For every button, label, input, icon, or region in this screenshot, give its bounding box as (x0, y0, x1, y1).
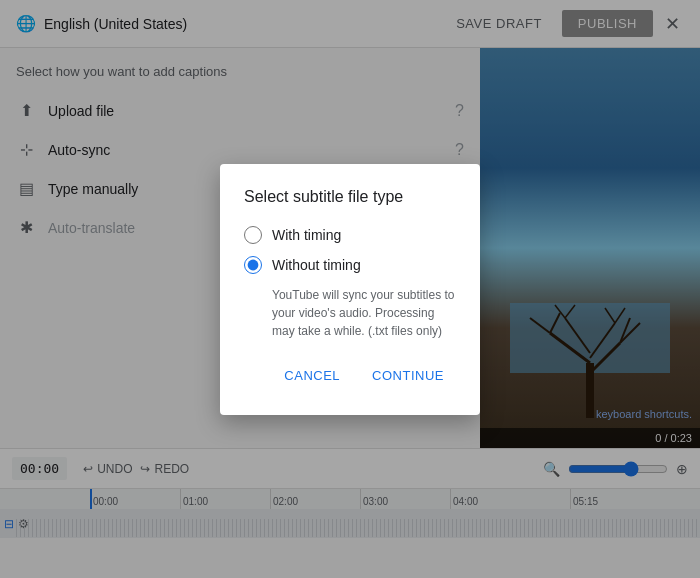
radio-without-timing-input[interactable] (244, 256, 262, 274)
dialog-overlay: Select subtitle file type With timing Wi… (0, 0, 700, 578)
dialog-actions: CANCEL CONTINUE (244, 360, 456, 391)
dialog-radio-group: With timing Without timing (244, 226, 456, 274)
cancel-button[interactable]: CANCEL (272, 360, 352, 391)
radio-without-timing[interactable]: Without timing (244, 256, 456, 274)
continue-button[interactable]: CONTINUE (360, 360, 456, 391)
dialog-title: Select subtitle file type (244, 188, 456, 206)
radio-with-timing-input[interactable] (244, 226, 262, 244)
radio-with-timing-label: With timing (272, 227, 341, 243)
radio-with-timing[interactable]: With timing (244, 226, 456, 244)
dialog-description: YouTube will sync your subtitles to your… (272, 286, 456, 340)
subtitle-type-dialog: Select subtitle file type With timing Wi… (220, 164, 480, 415)
radio-without-timing-label: Without timing (272, 257, 361, 273)
